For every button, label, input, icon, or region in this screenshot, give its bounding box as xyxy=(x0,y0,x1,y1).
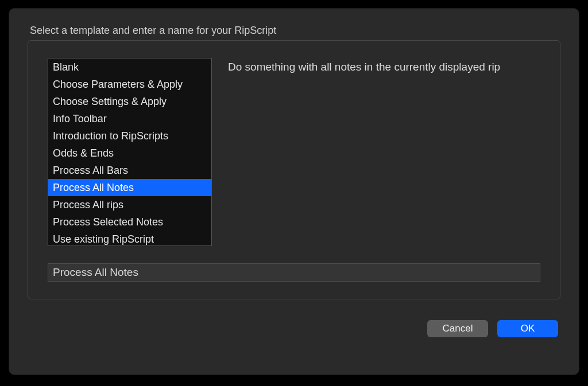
dialog-prompt: Select a template and enter a name for y… xyxy=(30,25,560,37)
template-item[interactable]: Process Selected Notes xyxy=(48,213,211,231)
template-item[interactable]: Odds & Ends xyxy=(48,145,211,162)
cancel-button[interactable]: Cancel xyxy=(427,320,488,337)
template-item[interactable]: Choose Settings & Apply xyxy=(48,93,211,110)
template-item[interactable]: Process All Bars xyxy=(48,162,211,179)
ok-button[interactable]: OK xyxy=(497,320,558,337)
template-listbox[interactable]: BlankChoose Parameters & ApplyChoose Set… xyxy=(48,58,212,246)
template-item[interactable]: Use existing RipScript xyxy=(48,231,211,246)
template-item[interactable]: Choose Parameters & Apply xyxy=(48,76,211,93)
template-item[interactable]: Process All Notes xyxy=(48,179,211,196)
ripscript-template-dialog: Select a template and enter a name for y… xyxy=(9,8,579,375)
template-item[interactable]: Process All rips xyxy=(48,196,211,213)
upper-row: BlankChoose Parameters & ApplyChoose Set… xyxy=(48,58,540,246)
script-name-input[interactable] xyxy=(48,263,540,282)
template-item[interactable]: Blank xyxy=(48,59,211,76)
template-item[interactable]: Introduction to RipScripts xyxy=(48,127,211,145)
content-frame: BlankChoose Parameters & ApplyChoose Set… xyxy=(28,40,560,299)
dialog-button-row: Cancel OK xyxy=(28,320,560,337)
template-description: Do something with all notes in the curre… xyxy=(228,58,540,246)
template-item[interactable]: Info Toolbar xyxy=(48,110,211,127)
